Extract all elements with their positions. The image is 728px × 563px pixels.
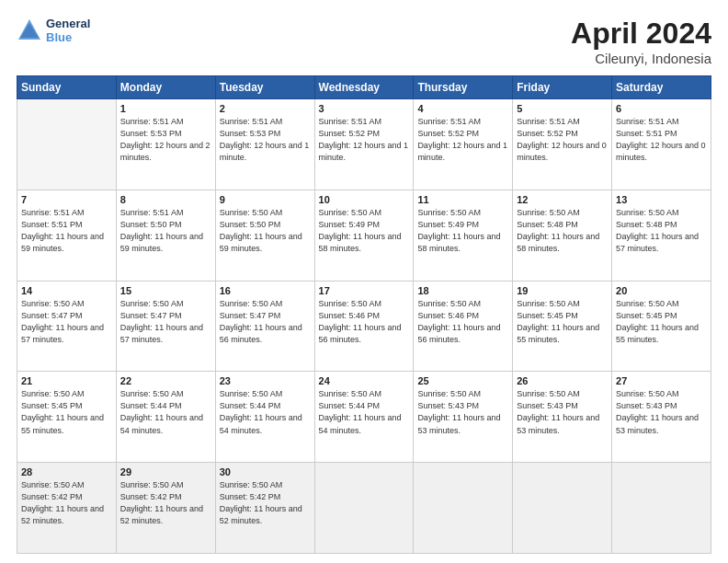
day-detail: Sunrise: 5:50 AMSunset: 5:42 PMDaylight:… [21,479,112,527]
day-detail: Sunrise: 5:51 AMSunset: 5:51 PMDaylight:… [21,207,112,255]
day-detail: Sunrise: 5:51 AMSunset: 5:53 PMDaylight:… [120,116,211,164]
day-number: 15 [120,285,211,296]
page: General Blue April 2024 Cileunyi, Indone… [0,0,728,563]
day-number: 21 [21,375,112,386]
day-detail: Sunrise: 5:50 AMSunset: 5:45 PMDaylight:… [21,388,112,436]
day-number: 23 [220,375,311,386]
day-detail: Sunrise: 5:50 AMSunset: 5:45 PMDaylight:… [517,298,608,346]
calendar-cell [612,463,711,554]
day-number: 27 [616,375,707,386]
title-block: April 2024 Cileunyi, Indonesia [571,17,711,66]
calendar-cell: 13Sunrise: 5:50 AMSunset: 5:48 PMDayligh… [612,190,711,281]
day-number: 24 [319,375,410,386]
day-detail: Sunrise: 5:50 AMSunset: 5:44 PMDaylight:… [120,388,211,436]
logo-text: General Blue [46,17,90,44]
calendar-cell: 28Sunrise: 5:50 AMSunset: 5:42 PMDayligh… [17,463,117,554]
day-detail: Sunrise: 5:50 AMSunset: 5:42 PMDaylight:… [120,479,211,527]
calendar-week-1: 1Sunrise: 5:51 AMSunset: 5:53 PMDaylight… [17,99,711,190]
calendar-week-4: 21Sunrise: 5:50 AMSunset: 5:45 PMDayligh… [17,372,711,463]
calendar-header-friday: Friday [513,76,612,99]
day-number: 11 [417,194,508,205]
day-number: 1 [120,103,211,114]
calendar-cell: 3Sunrise: 5:51 AMSunset: 5:52 PMDaylight… [314,99,414,190]
day-number: 26 [517,375,608,386]
day-detail: Sunrise: 5:51 AMSunset: 5:52 PMDaylight:… [417,116,508,164]
calendar-cell [314,463,414,554]
calendar-cell: 12Sunrise: 5:50 AMSunset: 5:48 PMDayligh… [513,190,612,281]
calendar-cell: 9Sunrise: 5:50 AMSunset: 5:50 PMDaylight… [215,190,314,281]
day-number: 28 [21,466,112,477]
day-number: 19 [517,285,608,296]
calendar-cell: 10Sunrise: 5:50 AMSunset: 5:49 PMDayligh… [314,190,414,281]
day-detail: Sunrise: 5:50 AMSunset: 5:47 PMDaylight:… [120,298,211,346]
day-detail: Sunrise: 5:51 AMSunset: 5:52 PMDaylight:… [319,116,410,164]
day-detail: Sunrise: 5:50 AMSunset: 5:48 PMDaylight:… [517,207,608,255]
calendar-header-monday: Monday [116,76,215,99]
calendar-cell: 14Sunrise: 5:50 AMSunset: 5:47 PMDayligh… [17,281,117,372]
day-detail: Sunrise: 5:50 AMSunset: 5:50 PMDaylight:… [220,207,311,255]
day-number: 9 [220,194,311,205]
day-detail: Sunrise: 5:50 AMSunset: 5:49 PMDaylight:… [319,207,410,255]
day-detail: Sunrise: 5:51 AMSunset: 5:50 PMDaylight:… [120,207,211,255]
day-detail: Sunrise: 5:50 AMSunset: 5:48 PMDaylight:… [616,207,707,255]
header: General Blue April 2024 Cileunyi, Indone… [17,17,711,66]
day-detail: Sunrise: 5:50 AMSunset: 5:44 PMDaylight:… [220,388,311,436]
day-number: 14 [21,285,112,296]
calendar-cell [17,99,117,190]
day-number: 17 [319,285,410,296]
calendar-cell [414,463,513,554]
calendar-header-thursday: Thursday [414,76,513,99]
day-number: 3 [319,103,410,114]
day-detail: Sunrise: 5:50 AMSunset: 5:46 PMDaylight:… [417,298,508,346]
calendar-header-tuesday: Tuesday [215,76,314,99]
calendar-week-3: 14Sunrise: 5:50 AMSunset: 5:47 PMDayligh… [17,281,711,372]
calendar-cell: 4Sunrise: 5:51 AMSunset: 5:52 PMDaylight… [414,99,513,190]
month-year: April 2024 [571,17,711,51]
day-number: 6 [616,103,707,114]
calendar-cell: 24Sunrise: 5:50 AMSunset: 5:44 PMDayligh… [314,372,414,463]
logo-icon [17,17,42,43]
calendar-week-5: 28Sunrise: 5:50 AMSunset: 5:42 PMDayligh… [17,463,711,554]
day-detail: Sunrise: 5:50 AMSunset: 5:44 PMDaylight:… [319,388,410,436]
calendar-cell: 16Sunrise: 5:50 AMSunset: 5:47 PMDayligh… [215,281,314,372]
calendar-header-saturday: Saturday [612,76,711,99]
calendar-table: SundayMondayTuesdayWednesdayThursdayFrid… [17,75,711,554]
day-detail: Sunrise: 5:50 AMSunset: 5:45 PMDaylight:… [616,298,707,346]
day-detail: Sunrise: 5:50 AMSunset: 5:47 PMDaylight:… [21,298,112,346]
day-number: 16 [220,285,311,296]
calendar-week-2: 7Sunrise: 5:51 AMSunset: 5:51 PMDaylight… [17,190,711,281]
day-number: 29 [120,466,211,477]
day-detail: Sunrise: 5:50 AMSunset: 5:43 PMDaylight:… [616,388,707,436]
calendar-cell: 1Sunrise: 5:51 AMSunset: 5:53 PMDaylight… [116,99,215,190]
calendar-header-sunday: Sunday [17,76,117,99]
calendar-cell: 21Sunrise: 5:50 AMSunset: 5:45 PMDayligh… [17,372,117,463]
calendar-cell: 11Sunrise: 5:50 AMSunset: 5:49 PMDayligh… [414,190,513,281]
calendar-cell: 6Sunrise: 5:51 AMSunset: 5:51 PMDaylight… [612,99,711,190]
calendar-cell: 7Sunrise: 5:51 AMSunset: 5:51 PMDaylight… [17,190,117,281]
logo: General Blue [17,17,90,44]
day-detail: Sunrise: 5:50 AMSunset: 5:42 PMDaylight:… [220,479,311,527]
calendar-cell: 15Sunrise: 5:50 AMSunset: 5:47 PMDayligh… [116,281,215,372]
calendar-cell: 17Sunrise: 5:50 AMSunset: 5:46 PMDayligh… [314,281,414,372]
calendar-header-row: SundayMondayTuesdayWednesdayThursdayFrid… [17,76,711,99]
calendar-cell: 5Sunrise: 5:51 AMSunset: 5:52 PMDaylight… [513,99,612,190]
day-number: 8 [120,194,211,205]
day-number: 12 [517,194,608,205]
day-detail: Sunrise: 5:50 AMSunset: 5:47 PMDaylight:… [220,298,311,346]
calendar-cell: 2Sunrise: 5:51 AMSunset: 5:53 PMDaylight… [215,99,314,190]
day-detail: Sunrise: 5:50 AMSunset: 5:49 PMDaylight:… [417,207,508,255]
calendar-cell [513,463,612,554]
day-number: 30 [220,466,311,477]
day-number: 22 [120,375,211,386]
day-detail: Sunrise: 5:50 AMSunset: 5:46 PMDaylight:… [319,298,410,346]
calendar-cell: 26Sunrise: 5:50 AMSunset: 5:43 PMDayligh… [513,372,612,463]
calendar-cell: 19Sunrise: 5:50 AMSunset: 5:45 PMDayligh… [513,281,612,372]
day-number: 10 [319,194,410,205]
day-number: 20 [616,285,707,296]
calendar-cell: 25Sunrise: 5:50 AMSunset: 5:43 PMDayligh… [414,372,513,463]
day-detail: Sunrise: 5:50 AMSunset: 5:43 PMDaylight:… [417,388,508,436]
day-number: 13 [616,194,707,205]
day-detail: Sunrise: 5:50 AMSunset: 5:43 PMDaylight:… [517,388,608,436]
calendar-cell: 29Sunrise: 5:50 AMSunset: 5:42 PMDayligh… [116,463,215,554]
location: Cileunyi, Indonesia [571,51,711,66]
